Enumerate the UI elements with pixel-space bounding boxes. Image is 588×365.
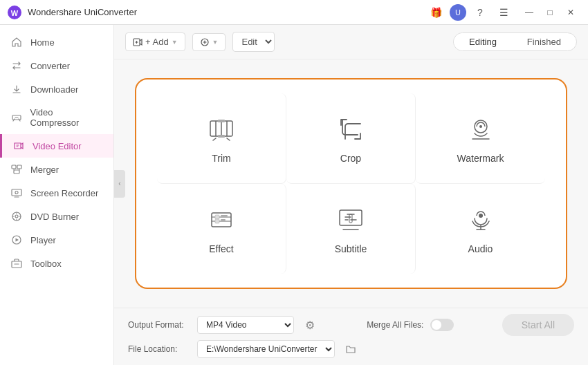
app-logo: W [7,5,22,20]
user-avatar[interactable]: U [450,4,466,21]
tab-editing[interactable]: Editing [454,33,512,50]
sidebar-label-screen-recorder: Screen Recorder [30,188,98,198]
effect-tool[interactable]: Effect [157,184,286,274]
maximize-button[interactable]: □ [540,3,560,22]
sidebar-label-home: Home [30,37,55,48]
sidebar-item-dvd-burner[interactable]: DVD Burner [0,205,113,228]
add-content-arrow: ▼ [212,39,219,46]
sidebar: Home Converter Downloader [0,25,114,365]
player-icon [11,234,24,245]
sidebar-item-toolbox[interactable]: Toolbox [0,252,113,275]
svg-rect-31 [349,214,352,223]
sidebar-label-video-editor: Video Editor [33,141,82,151]
watermark-icon [464,113,497,146]
merger-icon [11,164,24,175]
svg-point-7 [15,191,18,194]
start-all-button[interactable]: Start All [502,314,574,336]
sidebar-item-converter[interactable]: Converter [0,54,113,77]
screen-recorder-icon [11,187,24,198]
sidebar-label-merger: Merger [30,165,59,175]
add-files-button[interactable]: + Add ▼ [125,32,185,51]
converter-icon [11,60,24,71]
bottom-bar: Output Format: MP4 Video ⚙ Merge All Fil… [114,308,588,365]
output-format-row: Output Format: MP4 Video ⚙ Merge All Fil… [128,314,574,336]
minimize-button[interactable]: — [519,3,540,22]
sidebar-label-video-compressor: Video Compressor [30,107,102,128]
sidebar-item-video-editor[interactable]: Video Editor [0,134,113,158]
sidebar-item-merger[interactable]: Merger [0,158,113,181]
output-format-label: Output Format: [128,320,190,330]
sidebar-item-screen-recorder[interactable]: Screen Recorder [0,181,113,205]
watermark-label: Watermark [457,153,504,164]
svg-rect-4 [17,165,21,169]
effect-icon [205,203,238,236]
editor-area: ‹ [114,59,588,308]
titlebar-actions: 🎁 U ? ☰ [426,3,513,22]
edit-mode-select[interactable]: Edit [232,32,275,52]
downloader-icon [11,84,24,95]
content-area: + Add ▼ ▼ Edit Editing Finished ‹ [114,25,588,365]
trim-label: Trim [212,153,230,164]
add-dropdown-arrow: ▼ [172,39,178,46]
subtitle-tool[interactable]: Subtitle [286,184,416,274]
svg-rect-6 [12,189,21,196]
svg-rect-29 [340,210,362,225]
toolbox-icon [11,258,24,269]
svg-rect-27 [221,215,228,216]
sidebar-item-home[interactable]: Home [0,30,113,54]
effect-label: Effect [209,243,234,254]
output-format-select[interactable]: MP4 Video [197,316,294,334]
app-title: Wondershare UniConverter [28,7,426,17]
svg-text:W: W [11,8,19,17]
svg-point-21 [479,125,482,128]
tools-grid: Trim Crop [157,93,545,274]
video-editor-icon [13,140,26,151]
tab-finished[interactable]: Finished [512,33,576,50]
file-location-select[interactable]: E:\Wondershare UniConverter [197,340,335,358]
close-button[interactable]: ✕ [560,3,581,22]
trim-tool[interactable]: Trim [157,93,286,184]
file-location-row: File Location: E:\Wondershare UniConvert… [128,340,574,358]
sidebar-label-converter: Converter [30,61,70,71]
tab-group: Editing Finished [453,32,577,51]
svg-point-32 [479,214,483,218]
svg-rect-25 [215,215,219,219]
help-icon-btn[interactable]: ? [470,3,490,22]
svg-point-9 [15,215,18,218]
audio-tool[interactable]: Audio [416,184,545,274]
add-content-button[interactable]: ▼ [192,33,226,51]
sidebar-item-downloader[interactable]: Downloader [0,77,113,101]
audio-label: Audio [468,243,493,254]
toolbar: + Add ▼ ▼ Edit Editing Finished [114,25,588,59]
sidebar-item-video-compressor[interactable]: Video Compressor [0,101,113,134]
home-icon [11,37,24,48]
sidebar-label-downloader: Downloader [30,84,78,95]
sidebar-item-player[interactable]: Player [0,228,113,252]
svg-rect-18 [218,120,225,122]
sidebar-label-toolbox: Toolbox [30,259,62,269]
crop-icon [334,113,367,146]
gift-icon-btn[interactable]: 🎁 [426,3,445,22]
crop-tool[interactable]: Crop [286,93,416,184]
collapse-sidebar-button[interactable]: ‹ [114,170,125,198]
watermark-tool[interactable]: Watermark [416,93,545,184]
merge-files-label: Merge All Files: [367,320,423,330]
compressor-icon [11,112,24,123]
svg-rect-19 [218,135,225,138]
merge-toggle[interactable] [430,319,454,331]
svg-rect-28 [221,219,226,221]
crop-label: Crop [340,153,361,164]
titlebar: W Wondershare UniConverter 🎁 U ? ☰ — □ ✕ [0,0,588,25]
svg-rect-26 [215,219,219,223]
audio-icon [464,203,497,236]
browse-folder-button[interactable] [342,340,360,358]
output-settings-button[interactable]: ⚙ [301,316,319,334]
sidebar-label-player: Player [30,235,56,245]
file-location-label: File Location: [128,344,190,354]
svg-rect-5 [14,170,19,174]
subtitle-icon [334,203,367,236]
subtitle-label: Subtitle [335,243,367,254]
sidebar-label-dvd-burner: DVD Burner [30,212,79,222]
menu-icon-btn[interactable]: ☰ [494,3,513,22]
window-controls: — □ ✕ [519,3,581,22]
